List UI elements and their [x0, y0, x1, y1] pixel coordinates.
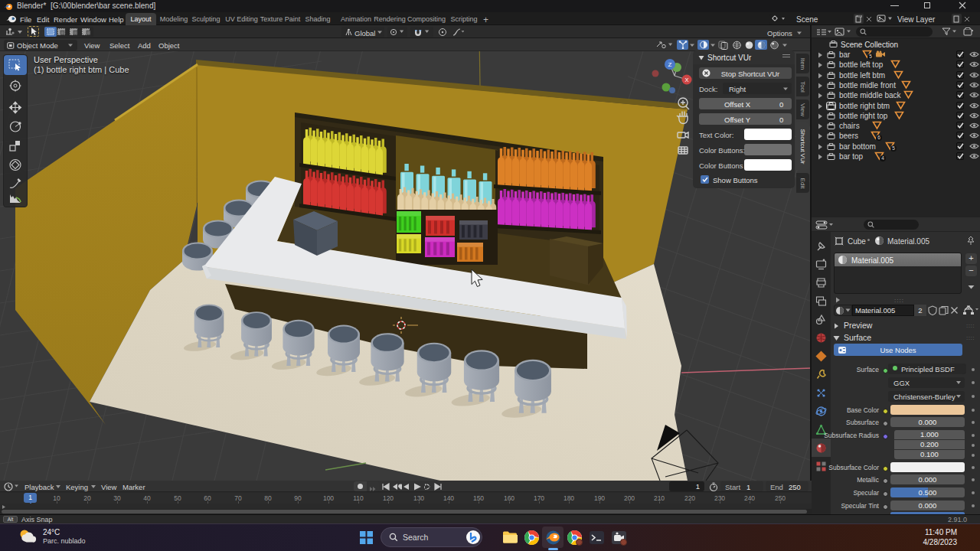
svg-text:Z: Z — [668, 61, 672, 68]
svg-text:X: X — [684, 77, 688, 83]
